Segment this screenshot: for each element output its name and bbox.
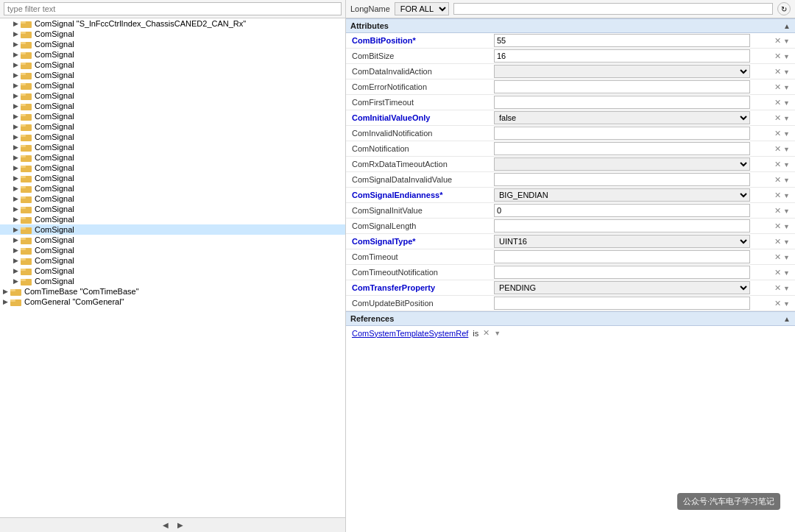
attr-input-4[interactable] <box>494 96 750 109</box>
attributes-collapse-btn[interactable]: ▲ <box>783 22 791 30</box>
attr-input-15[interactable] <box>494 266 750 279</box>
tree-item-text-18: ComSignal <box>35 205 74 213</box>
attr-drop-btn-6[interactable]: ▼ <box>783 130 790 138</box>
tree-footer-item-1[interactable]: ▶ ComTimeBase "ComTimeBase" <box>0 286 345 297</box>
attr-clear-btn-14[interactable]: ✕ <box>774 252 781 262</box>
tree-item-17[interactable]: ▶ ComSignal <box>0 194 345 204</box>
tree-item-1[interactable]: ▶ ComSignal <box>0 29 345 39</box>
attr-drop-btn-0[interactable]: ▼ <box>783 38 790 45</box>
tree-item-7[interactable]: ▶ ComSignal <box>0 91 345 101</box>
attr-input-1[interactable] <box>494 49 750 63</box>
tree-item-21[interactable]: ▶ ComSignal <box>0 235 345 245</box>
tree-item-18[interactable]: ▶ ComSignal <box>0 204 345 214</box>
filter-input[interactable] <box>4 2 342 15</box>
nav-arrow-left[interactable]: ◀ <box>158 521 173 529</box>
attr-select-16[interactable]: PENDING <box>494 281 750 294</box>
tree-item-11[interactable]: ▶ ComSignal <box>0 132 345 142</box>
nav-arrow-right[interactable]: ▶ <box>173 521 188 529</box>
attr-input-9[interactable] <box>494 173 750 186</box>
attr-clear-btn-5[interactable]: ✕ <box>774 113 781 123</box>
attr-select-13[interactable]: UINT16 <box>494 235 750 248</box>
for-all-select[interactable]: FOR ALL <box>395 2 449 15</box>
attr-drop-btn-1[interactable]: ▼ <box>783 53 790 60</box>
tree-item-6[interactable]: ▶ ComSignal <box>0 80 345 91</box>
attr-clear-btn-6[interactable]: ✕ <box>774 129 781 138</box>
attr-drop-btn-15[interactable]: ▼ <box>783 269 790 277</box>
attr-drop-btn-4[interactable]: ▼ <box>783 99 790 107</box>
attr-input-0[interactable] <box>494 34 750 47</box>
ref-clear-btn-0[interactable]: ✕ <box>483 328 490 338</box>
attr-input-14[interactable] <box>494 250 750 263</box>
attr-input-6[interactable] <box>494 127 750 140</box>
references-collapse-btn[interactable]: ▲ <box>783 315 791 323</box>
tree-item-24[interactable]: ▶ ComSignal <box>0 266 345 276</box>
attr-select-2[interactable] <box>494 65 750 78</box>
attr-clear-btn-8[interactable]: ✕ <box>774 160 781 169</box>
attr-drop-btn-17[interactable]: ▼ <box>783 300 790 308</box>
attr-clear-btn-3[interactable]: ✕ <box>774 82 781 92</box>
tree-item-23[interactable]: ▶ ComSignal <box>0 255 345 266</box>
refresh-button[interactable]: ↻ <box>777 2 791 15</box>
attr-clear-btn-2[interactable]: ✕ <box>774 67 781 77</box>
tree-item-10[interactable]: ▶ ComSignal <box>0 121 345 132</box>
attr-drop-btn-2[interactable]: ▼ <box>783 68 790 76</box>
attr-select-10[interactable]: BIG_ENDIAN <box>494 188 750 202</box>
attr-clear-btn-4[interactable]: ✕ <box>774 98 781 107</box>
attr-drop-btn-7[interactable]: ▼ <box>783 146 790 153</box>
folder-icon-10 <box>21 122 32 131</box>
attr-select-5[interactable]: false <box>494 111 750 124</box>
svg-rect-35 <box>21 196 26 199</box>
tree-header-item[interactable]: ▶ ComSignal "S_lnFccCtrlIndex_ChassisCAN… <box>0 18 345 29</box>
tree-item-13[interactable]: ▶ ComSignal <box>0 152 345 163</box>
attr-input-17[interactable] <box>494 297 750 310</box>
attr-clear-btn-12[interactable]: ✕ <box>774 221 781 231</box>
attr-drop-btn-11[interactable]: ▼ <box>783 208 790 215</box>
ref-drop-btn-0[interactable]: ▼ <box>494 330 501 337</box>
tree-item-14[interactable]: ▶ ComSignal <box>0 163 345 173</box>
tree-item-2[interactable]: ▶ ComSignal <box>0 39 345 49</box>
attr-drop-btn-16[interactable]: ▼ <box>783 285 790 292</box>
attr-clear-btn-9[interactable]: ✕ <box>774 175 781 185</box>
tree-item-19[interactable]: ▶ ComSignal <box>0 214 345 224</box>
attr-input-12[interactable] <box>494 219 750 233</box>
tree-footer-item-2[interactable]: ▶ ComGeneral "ComGeneral" <box>0 297 345 307</box>
attr-input-3[interactable] <box>494 80 750 93</box>
attr-clear-btn-0[interactable]: ✕ <box>774 36 781 46</box>
tree-item-5[interactable]: ▶ ComSignal <box>0 70 345 80</box>
attr-drop-btn-3[interactable]: ▼ <box>783 84 790 91</box>
tree-item-9[interactable]: ▶ ComSignal <box>0 111 345 121</box>
attr-select-8[interactable] <box>494 157 750 171</box>
tree-item-4[interactable]: ▶ ComSignal <box>0 60 345 70</box>
tree-item-12[interactable]: ▶ ComSignal <box>0 142 345 152</box>
attr-clear-btn-11[interactable]: ✕ <box>774 206 781 216</box>
attr-clear-btn-17[interactable]: ✕ <box>774 299 781 308</box>
ref-link-0[interactable]: ComSystemTemplateSystemRef <box>352 329 468 338</box>
long-name-input[interactable] <box>453 3 773 15</box>
attr-actions-5: ✕ ▼ <box>773 110 795 126</box>
attr-clear-btn-10[interactable]: ✕ <box>774 191 781 200</box>
attr-drop-btn-9[interactable]: ▼ <box>783 177 790 184</box>
attr-clear-btn-13[interactable]: ✕ <box>774 237 781 247</box>
attr-drop-btn-12[interactable]: ▼ <box>783 223 790 230</box>
tree-item-3[interactable]: ▶ ComSignal <box>0 49 345 60</box>
long-name-label: LongName <box>350 4 390 13</box>
tree-item-16[interactable]: ▶ ComSignal <box>0 183 345 194</box>
attr-drop-btn-14[interactable]: ▼ <box>783 254 790 261</box>
svg-rect-37 <box>21 207 26 209</box>
attr-clear-btn-1[interactable]: ✕ <box>774 52 781 61</box>
attr-clear-btn-16[interactable]: ✕ <box>774 283 781 293</box>
svg-rect-31 <box>21 176 26 178</box>
tree-item-22[interactable]: ▶ ComSignal <box>0 245 345 255</box>
attr-input-11[interactable] <box>494 204 750 217</box>
attr-drop-btn-5[interactable]: ▼ <box>783 115 790 122</box>
attr-clear-btn-15[interactable]: ✕ <box>774 268 781 277</box>
attr-drop-btn-8[interactable]: ▼ <box>783 161 790 169</box>
attr-clear-btn-7[interactable]: ✕ <box>774 144 781 154</box>
tree-item-8[interactable]: ▶ ComSignal <box>0 101 345 111</box>
attr-drop-btn-13[interactable]: ▼ <box>783 238 790 246</box>
attr-drop-btn-10[interactable]: ▼ <box>783 192 790 199</box>
attr-input-7[interactable] <box>494 142 750 155</box>
tree-item-25[interactable]: ▶ ComSignal <box>0 276 345 286</box>
tree-item-20[interactable]: ▶ ComSignal <box>0 224 345 235</box>
tree-item-15[interactable]: ▶ ComSignal <box>0 173 345 183</box>
